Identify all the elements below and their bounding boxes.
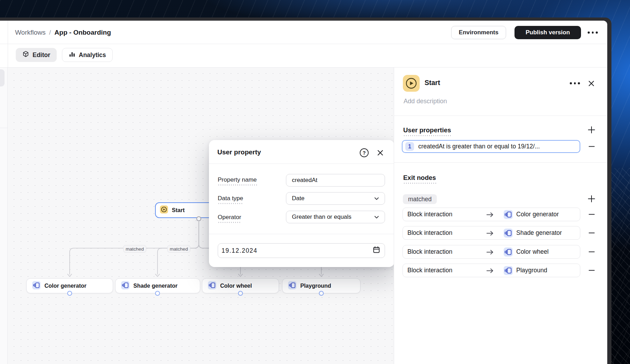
remove-exit-node-button[interactable] [588,248,595,257]
remove-exit-node-button[interactable] [588,267,595,275]
panel-node-title: Start [425,79,440,87]
property-index-badge: 1 [405,142,414,151]
arrow-right-icon [486,212,494,219]
description-placeholder[interactable]: Add description [404,98,447,105]
exit-nodes-heading: Exit nodes [403,174,436,182]
start-panel-icon [403,75,420,93]
user-property-row[interactable]: 1 createdAt is greater than or equal to … [402,140,580,153]
arrow-right-icon [486,268,494,275]
arrow-right-icon [486,250,494,256]
block-icon [504,266,513,276]
arrow-right-icon [486,231,494,237]
panel-close-icon[interactable] [588,80,595,88]
panel-layer: Start Add description User properties 1 … [0,21,607,364]
app-window: Workflows / App - Onboarding Environment… [0,21,607,364]
matched-badge: matched [403,194,437,204]
block-icon [504,247,513,258]
user-properties-heading: User properties [403,126,451,134]
exit-node-row[interactable]: Block interaction Playground [402,264,580,277]
remove-exit-node-button[interactable] [588,211,595,219]
add-exit-node-button[interactable] [587,195,596,204]
remove-exit-node-button[interactable] [588,229,595,238]
block-icon [504,210,513,220]
window-bezel: Workflows / App - Onboarding Environment… [0,18,611,364]
exit-node-row[interactable]: Block interaction Color generator [402,208,580,221]
remove-user-property-button[interactable] [588,143,595,152]
exit-node-row[interactable]: Block interaction Shade generator [402,226,580,240]
panel-more-menu-icon[interactable] [570,82,580,84]
block-icon [504,229,513,239]
exit-node-row[interactable]: Block interaction Color wheel [402,245,580,259]
add-user-property-button[interactable] [587,126,596,135]
